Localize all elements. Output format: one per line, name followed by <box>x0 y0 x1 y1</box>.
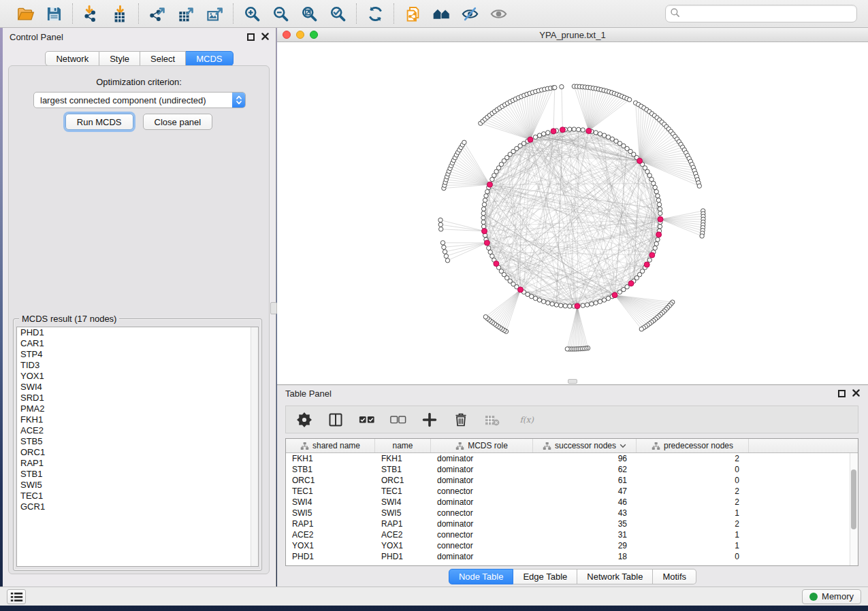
column-header-shared-name[interactable]: shared name <box>286 439 375 452</box>
import-table-button[interactable] <box>110 3 130 24</box>
network-node[interactable] <box>485 190 489 194</box>
import-network-button[interactable] <box>81 3 101 24</box>
network-node[interactable] <box>606 296 610 300</box>
network-node[interactable] <box>647 258 652 262</box>
network-node[interactable] <box>594 131 598 135</box>
column-header-successor-nodes[interactable]: successor nodes <box>533 439 637 452</box>
network-node[interactable] <box>481 225 485 229</box>
mcds-result-item[interactable]: STB1 <box>17 469 258 480</box>
network-node[interactable] <box>481 216 485 220</box>
mcds-node[interactable] <box>482 229 487 234</box>
network-node[interactable] <box>483 198 487 202</box>
mcds-node[interactable] <box>518 287 524 293</box>
show-columns-button[interactable] <box>327 411 344 429</box>
mcds-node[interactable] <box>658 216 663 222</box>
network-node[interactable] <box>581 303 585 308</box>
network-node[interactable] <box>438 218 443 222</box>
zoom-out-button[interactable] <box>270 3 291 24</box>
mcds-result-item[interactable]: GCR1 <box>17 501 258 512</box>
network-node[interactable] <box>560 84 564 88</box>
network-node[interactable] <box>533 135 537 139</box>
network-node[interactable] <box>563 303 567 308</box>
network-node[interactable] <box>598 132 602 136</box>
mcds-result-item[interactable]: FKH1 <box>17 414 258 425</box>
table-row[interactable]: ACE2ACE2connector311 <box>286 529 858 540</box>
show-all-button[interactable] <box>488 3 509 24</box>
network-node[interactable] <box>462 140 466 144</box>
network-node[interactable] <box>541 132 545 136</box>
delete-column-button[interactable] <box>452 411 470 429</box>
network-node[interactable] <box>590 302 594 306</box>
tab-node-table[interactable]: Node Table <box>449 569 514 584</box>
optimization-criterion-select[interactable]: largest connected component (undirected) <box>33 92 246 108</box>
zoom-selected-button[interactable] <box>327 3 348 24</box>
node-table[interactable]: shared namenameMCDS rolesuccessor nodesp… <box>285 438 858 566</box>
mcds-result-item[interactable]: YOX1 <box>17 371 258 382</box>
mcds-node[interactable] <box>575 303 580 309</box>
network-node[interactable] <box>442 245 446 249</box>
memory-button[interactable]: Memory <box>802 589 861 604</box>
network-node[interactable] <box>481 220 485 224</box>
first-neighbors-button[interactable] <box>431 3 451 24</box>
select-all-button[interactable] <box>358 411 376 429</box>
network-node[interactable] <box>553 86 557 90</box>
network-node[interactable] <box>656 198 660 202</box>
network-node[interactable] <box>487 246 491 250</box>
float-panel-icon[interactable] <box>247 33 255 41</box>
mcds-result-item[interactable]: SWI4 <box>17 382 258 393</box>
mcds-result-item[interactable]: SRD1 <box>17 393 258 403</box>
column-header-MCDS-role[interactable]: MCDS role <box>431 439 533 452</box>
tab-select[interactable]: Select <box>140 51 186 66</box>
network-node[interactable] <box>482 202 486 206</box>
network-node[interactable] <box>602 133 606 137</box>
vertical-splitter-grip[interactable] <box>270 302 277 314</box>
network-node[interactable] <box>554 303 558 307</box>
mcds-result-item[interactable]: TEC1 <box>17 491 258 501</box>
network-node[interactable] <box>653 185 657 189</box>
network-node[interactable] <box>577 127 581 131</box>
mcds-node[interactable] <box>644 262 649 267</box>
network-node[interactable] <box>550 302 554 306</box>
mcds-node[interactable] <box>551 129 556 134</box>
network-node[interactable] <box>581 128 585 132</box>
mcds-result-item[interactable]: CAR1 <box>17 338 258 349</box>
mcds-result-item[interactable]: TID3 <box>17 360 258 371</box>
duplicate-network-button[interactable] <box>402 3 423 24</box>
close-table-panel-icon[interactable] <box>852 389 860 399</box>
network-node[interactable] <box>658 211 662 215</box>
zoom-fit-button[interactable] <box>299 3 319 24</box>
network-node[interactable] <box>639 327 643 331</box>
mcds-node[interactable] <box>649 252 655 258</box>
table-settings-button[interactable] <box>295 411 313 429</box>
mcds-node[interactable] <box>560 127 565 133</box>
network-node[interactable] <box>658 207 662 211</box>
network-node[interactable] <box>559 303 563 308</box>
horizontal-splitter-grip[interactable] <box>568 379 577 384</box>
table-row[interactable]: STB1STB1dominator620 <box>286 464 858 475</box>
tab-style[interactable]: Style <box>99 51 140 66</box>
network-node[interactable] <box>700 234 704 238</box>
mcds-node[interactable] <box>628 281 634 286</box>
network-node[interactable] <box>481 207 485 211</box>
table-row[interactable]: TEC1TEC1connector472 <box>286 486 858 497</box>
save-session-button[interactable] <box>44 3 64 24</box>
network-node[interactable] <box>481 211 485 215</box>
tab-network-table[interactable]: Network Table <box>577 569 653 584</box>
tab-edge-table[interactable]: Edge Table <box>513 569 577 584</box>
network-node[interactable] <box>537 133 541 137</box>
mcds-result-item[interactable]: RAP1 <box>17 458 258 469</box>
network-node[interactable] <box>445 259 449 263</box>
mcds-result-item[interactable]: STB5 <box>17 436 258 447</box>
network-node[interactable] <box>546 131 550 135</box>
table-row[interactable]: RAP1RAP1dominator352 <box>286 518 858 529</box>
mcds-result-item[interactable]: SWI5 <box>17 480 258 491</box>
mcds-node[interactable] <box>586 128 592 133</box>
close-panel-button[interactable]: Close panel <box>143 114 213 130</box>
add-column-button[interactable] <box>421 411 438 429</box>
table-row[interactable]: ORC1ORC1dominator610 <box>286 475 858 486</box>
table-scrollbar[interactable] <box>850 453 858 565</box>
mcds-result-item[interactable]: STP4 <box>17 349 258 360</box>
network-node[interactable] <box>654 242 658 246</box>
deselect-all-button[interactable] <box>389 411 407 429</box>
table-row[interactable]: FKH1FKH1dominator962 <box>286 453 858 464</box>
